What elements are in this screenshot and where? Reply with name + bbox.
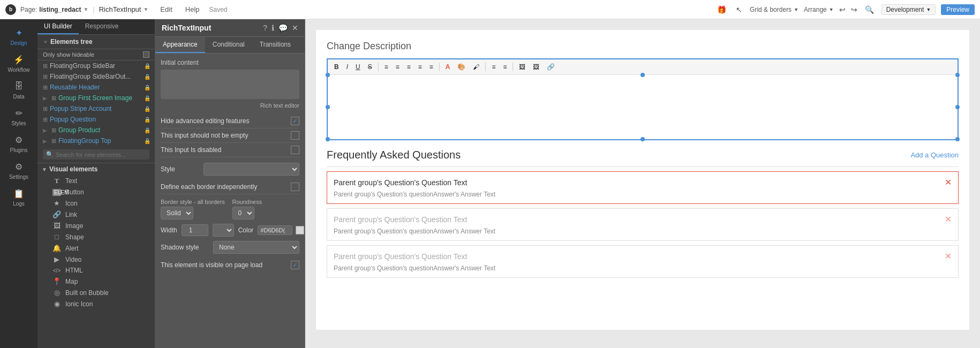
rte-highlight-button[interactable]: 🎨 bbox=[454, 62, 469, 72]
width-unit-select[interactable] bbox=[213, 224, 234, 237]
tab-responsive[interactable]: Responsive bbox=[79, 19, 125, 34]
tab-transitions[interactable]: Transitions bbox=[252, 37, 298, 53]
tab-appearance[interactable]: Appearance bbox=[155, 37, 205, 53]
visible-checkbox[interactable]: ✓ bbox=[291, 261, 299, 269]
ve-item-map[interactable]: 📍 Map bbox=[37, 276, 155, 287]
tab-ui-builder[interactable]: UI Builder bbox=[37, 19, 79, 34]
disabled-checkbox[interactable] bbox=[291, 146, 299, 154]
page-dropdown-icon[interactable]: ▼ bbox=[83, 6, 88, 12]
tab-conditional[interactable]: Conditional bbox=[205, 37, 252, 53]
initial-content-area[interactable] bbox=[161, 70, 299, 99]
rte-link-button[interactable]: 🔗 bbox=[544, 62, 558, 72]
rte-paintbucket-button[interactable]: 🖌 bbox=[470, 62, 483, 72]
faq-delete-button-3[interactable]: ✕ bbox=[945, 251, 952, 261]
rte-bold-button[interactable]: B bbox=[331, 62, 342, 72]
color-input[interactable] bbox=[258, 225, 292, 235]
selection-handle-ml[interactable] bbox=[326, 105, 330, 109]
tree-item-floating-sidebarout[interactable]: ⊞ FloatingGroup SideBarOut... 🔒 bbox=[37, 71, 155, 82]
rte-align-left-button[interactable]: ≡ bbox=[381, 62, 391, 72]
rte-indent-button[interactable]: ≡ bbox=[426, 62, 436, 72]
rte-align-center-button[interactable]: ≡ bbox=[393, 62, 403, 72]
rte-underline-button[interactable]: U bbox=[352, 62, 364, 72]
ve-item-text[interactable]: T Text bbox=[37, 175, 155, 187]
element-dropdown-icon[interactable]: ▼ bbox=[143, 6, 148, 12]
comment-icon-button[interactable]: 💬 bbox=[278, 24, 288, 32]
arrange-button[interactable]: Arrange ▼ bbox=[804, 6, 834, 13]
selection-handle-br[interactable] bbox=[955, 137, 960, 141]
tree-item-popup-question[interactable]: ⊞ Popup Question 🔒 bbox=[37, 114, 155, 125]
sidebar-item-styles[interactable]: ✏ Styles bbox=[0, 104, 37, 130]
roundness-select[interactable]: 0 bbox=[232, 207, 254, 220]
selection-handle-tc[interactable] bbox=[640, 73, 645, 77]
rte-ordered-list-button[interactable]: ≡ bbox=[500, 62, 510, 72]
expand-arrow[interactable]: ▶ bbox=[43, 95, 47, 101]
dev-mode-button[interactable]: Development ▼ bbox=[881, 4, 936, 15]
rte-body[interactable] bbox=[328, 75, 958, 139]
ve-item-shape[interactable]: □ Shape bbox=[37, 231, 155, 243]
define-border-checkbox[interactable] bbox=[291, 183, 299, 191]
undo-button[interactable]: ↩ bbox=[839, 5, 846, 14]
faq-delete-button-2[interactable]: ✕ bbox=[945, 214, 952, 224]
preview-button[interactable]: Preview bbox=[941, 4, 975, 15]
tree-item-floating-sidebar[interactable]: ⊞ FloatingGroup SideBar 🔒 bbox=[37, 60, 155, 71]
faq-delete-button-1[interactable]: ✕ bbox=[945, 177, 952, 187]
page-selector[interactable]: Page: listing_redact ▼ bbox=[20, 6, 88, 13]
selection-handle-tl[interactable] bbox=[326, 73, 330, 77]
sidebar-item-logs[interactable]: 📋 Logs bbox=[0, 184, 37, 210]
rte-align-justify-button[interactable]: ≡ bbox=[415, 62, 425, 72]
ve-item-image[interactable]: 🖼 Image bbox=[37, 220, 155, 231]
sidebar-item-design[interactable]: ✦ Design bbox=[0, 24, 37, 49]
expand-arrow[interactable]: ▶ bbox=[43, 127, 47, 133]
info-icon-button[interactable]: ℹ bbox=[272, 24, 274, 32]
search-icon-button[interactable]: 🔍 bbox=[863, 4, 876, 15]
close-panel-button[interactable]: ✕ bbox=[292, 24, 298, 32]
canvas-area[interactable]: Change Description B I U S ≡ ≡ ≡ ≡ ≡ A 🎨 bbox=[305, 19, 980, 348]
tree-item-floating-top[interactable]: ▶ ⊞ FloatingGroup Top 🔒 bbox=[37, 135, 155, 146]
edit-button[interactable]: Edit bbox=[157, 4, 175, 14]
sidebar-item-workflow[interactable]: ⚡ Workflow bbox=[0, 50, 37, 76]
ve-item-alert[interactable]: 🔔 Alert bbox=[37, 243, 155, 254]
help-icon-button[interactable]: ? bbox=[263, 24, 267, 32]
visual-elements-header[interactable]: ▼ Visual elements bbox=[37, 163, 155, 175]
sidebar-item-data[interactable]: 🗄 Data bbox=[0, 77, 37, 103]
selection-handle-bc[interactable] bbox=[640, 137, 645, 141]
rte-image2-button[interactable]: 🖼 bbox=[530, 62, 542, 72]
tree-item-group-product[interactable]: ▶ ⊞ Group Product 🔒 bbox=[37, 125, 155, 135]
shadow-select[interactable]: None bbox=[213, 241, 299, 254]
redo-button[interactable]: ↪ bbox=[851, 5, 857, 14]
rte-align-right-button[interactable]: ≡ bbox=[404, 62, 414, 72]
hide-advanced-checkbox[interactable]: ✓ bbox=[291, 117, 299, 125]
selection-handle-mr[interactable] bbox=[955, 105, 960, 109]
rte-italic-button[interactable]: I bbox=[343, 62, 351, 72]
cursor-icon-button[interactable]: ↖ bbox=[734, 4, 744, 15]
border-style-select[interactable]: Solid bbox=[161, 207, 193, 220]
ve-item-video[interactable]: ▶ Video bbox=[37, 254, 155, 265]
element-selector[interactable]: RichTextInput ▼ bbox=[99, 5, 149, 13]
ve-item-button[interactable]: ELEM Button bbox=[37, 187, 155, 198]
ve-item-built-on-bubble[interactable]: ◎ Built on Bubble bbox=[37, 287, 155, 298]
selection-handle-bl[interactable] bbox=[326, 137, 330, 141]
sidebar-item-plugins[interactable]: ⚙ Plugins bbox=[0, 131, 37, 156]
rte-strikethrough-button[interactable]: S bbox=[365, 62, 375, 72]
sidebar-item-settings[interactable]: ⚙ Settings bbox=[0, 157, 37, 183]
width-input[interactable] bbox=[182, 224, 208, 236]
tree-item-group-first-screen[interactable]: ▶ ⊞ Group First Screen Image 🔒 bbox=[37, 93, 155, 103]
help-button[interactable]: Help bbox=[182, 4, 203, 14]
rte-list-button[interactable]: ≡ bbox=[488, 62, 499, 72]
tree-item-reusable-header[interactable]: ⊞ Reusable Header 🔒 bbox=[37, 82, 155, 93]
only-show-checkbox[interactable] bbox=[143, 51, 149, 58]
tree-collapse-arrow[interactable]: ▼ bbox=[43, 39, 48, 45]
tree-item-popup-stripe[interactable]: ⊞ Popup Stripe Account 🔒 bbox=[37, 103, 155, 114]
rte-image-button[interactable]: 🖼 bbox=[516, 62, 529, 72]
ve-item-icon[interactable]: ★ Icon bbox=[37, 198, 155, 209]
color-swatch[interactable] bbox=[296, 226, 304, 234]
style-select[interactable] bbox=[203, 163, 299, 176]
not-empty-checkbox[interactable] bbox=[291, 131, 299, 140]
expand-arrow[interactable]: ▶ bbox=[43, 138, 47, 144]
ve-item-html[interactable]: </> HTML bbox=[37, 265, 155, 276]
gift-icon-button[interactable]: 🎁 bbox=[715, 4, 728, 15]
add-question-button[interactable]: Add a Question bbox=[910, 151, 959, 159]
ve-item-link[interactable]: 🔗 Link bbox=[37, 209, 155, 220]
rte-font-color-button[interactable]: A bbox=[442, 62, 454, 72]
grid-borders-button[interactable]: Grid & borders ▼ bbox=[750, 6, 798, 13]
